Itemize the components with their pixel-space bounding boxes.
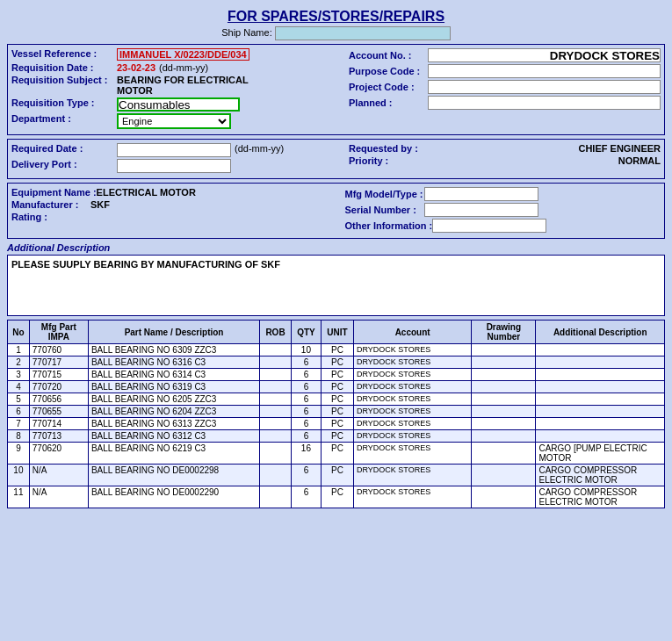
planned-input[interactable]: [428, 96, 661, 110]
purpose-label: Purpose Code :: [349, 66, 428, 76]
cell-rob: [260, 418, 292, 430]
cell-mfg: 770714: [29, 418, 88, 430]
cell-partname: BALL BEARING NO 6312 C3: [88, 430, 259, 443]
vessel-ref-label: Vessel Reference :: [11, 48, 117, 59]
cell-drawing: [472, 357, 536, 369]
cell-no: 5: [8, 393, 30, 406]
col-header-mfg: Mfg PartIMPA: [29, 320, 88, 344]
additional-desc-box[interactable]: PLEASE SUUPLY BEARING BY MANUFACTURING O…: [7, 255, 665, 316]
mfg-model-input[interactable]: [424, 187, 538, 201]
cell-rob: [260, 406, 292, 418]
req-date2-input[interactable]: [117, 143, 231, 157]
cell-adddesc: [536, 430, 665, 443]
cell-partname: BALL BEARING NO DE0002290: [88, 486, 259, 508]
cell-mfg: 770620: [29, 443, 88, 465]
cell-no: 8: [8, 430, 30, 443]
vessel-ref-value: IMMANUEL X/0223/DDE/034: [117, 48, 249, 61]
cell-drawing: [472, 465, 536, 486]
cell-drawing: [472, 381, 536, 393]
cell-mfg: N/A: [29, 465, 88, 486]
cell-partname: BALL BEARING NO 6314 C3: [88, 369, 259, 381]
dept-select[interactable]: Engine: [117, 113, 231, 129]
cell-account: DRYDOCK STORES: [354, 443, 472, 465]
table-row: 4770720BALL BEARING NO 6319 C36PCDRYDOCK…: [8, 381, 665, 393]
account-no-input[interactable]: [428, 48, 661, 62]
cell-unit: PC: [322, 418, 354, 430]
table-row: 10N/ABALL BEARING NO DE00022986PCDRYDOCK…: [8, 465, 665, 486]
req-type-label: Requisition Type :: [11, 97, 117, 108]
cell-drawing: [472, 443, 536, 465]
cell-mfg: 770656: [29, 393, 88, 406]
cell-unit: PC: [322, 406, 354, 418]
cell-account: DRYDOCK STORES: [354, 418, 472, 430]
cell-account: DRYDOCK STORES: [354, 369, 472, 381]
cell-rob: [260, 430, 292, 443]
table-row: 1770760BALL BEARING NO 6309 ZZC310PCDRYD…: [8, 344, 665, 357]
cell-mfg: 770760: [29, 344, 88, 357]
cell-partname: BALL BEARING NO 6204 ZZC3: [88, 406, 259, 418]
table-row: 5770656BALL BEARING NO 6205 ZZC36PCDRYDO…: [8, 393, 665, 406]
col-header-qty: QTY: [291, 320, 321, 344]
rating-label: Rating :: [11, 212, 90, 222]
cell-adddesc: CARGO COMPRESSOR ELECTRIC MOTOR: [536, 486, 665, 508]
additional-desc-section: Additional Description PLEASE SUUPLY BEA…: [7, 242, 665, 316]
cell-rob: [260, 357, 292, 369]
table-row: 11N/ABALL BEARING NO DE00022906PCDRYDOCK…: [8, 486, 665, 508]
cell-unit: PC: [322, 443, 354, 465]
cell-drawing: [472, 393, 536, 406]
other-input[interactable]: [432, 219, 546, 233]
table-row: 9770620BALL BEARING NO 6219 C316PCDRYDOC…: [8, 443, 665, 465]
cell-qty: 6: [291, 381, 321, 393]
priority-label: Priority :: [349, 155, 428, 166]
cell-no: 9: [8, 443, 30, 465]
table-row: 2770717BALL BEARING NO 6316 C36PCDRYDOCK…: [8, 357, 665, 369]
cell-no: 11: [8, 486, 30, 508]
cell-drawing: [472, 406, 536, 418]
delivery-input[interactable]: [117, 159, 231, 173]
manufacturer-value: SKF: [90, 199, 110, 210]
cell-adddesc: [536, 381, 665, 393]
col-header-adddesc: Additional Description: [536, 320, 665, 344]
cell-partname: BALL BEARING NO DE0002298: [88, 465, 259, 486]
cell-drawing: [472, 418, 536, 430]
cell-unit: PC: [322, 369, 354, 381]
requested-label: Requested by :: [349, 143, 428, 154]
cell-adddesc: [536, 418, 665, 430]
cell-no: 3: [8, 369, 30, 381]
project-input[interactable]: [428, 80, 661, 94]
col-header-rob: ROB: [260, 320, 292, 344]
cell-adddesc: [536, 369, 665, 381]
cell-partname: BALL BEARING NO 6309 ZZC3: [88, 344, 259, 357]
col-header-account: Account: [354, 320, 472, 344]
serial-label: Serial Number :: [345, 205, 424, 215]
cell-qty: 6: [291, 369, 321, 381]
ship-name-input[interactable]: [275, 26, 451, 40]
requested-value: CHIEF ENGINEER: [428, 143, 661, 154]
req-details-section: Required Date : (dd-mm-yy) Delivery Port…: [7, 139, 665, 179]
req-date-label: Requisition Date :: [11, 62, 117, 73]
cell-account: DRYDOCK STORES: [354, 393, 472, 406]
cell-adddesc: CARGO COMPRESSOR ELECTRIC MOTOR: [536, 465, 665, 486]
cell-mfg: 770720: [29, 381, 88, 393]
cell-qty: 6: [291, 486, 321, 508]
cell-qty: 6: [291, 465, 321, 486]
page-title: FOR SPARES/STORES/REPAIRS: [7, 5, 665, 26]
cell-unit: PC: [322, 393, 354, 406]
serial-input[interactable]: [424, 203, 538, 217]
cell-rob: [260, 465, 292, 486]
col-header-drawing: DrawingNumber: [472, 320, 536, 344]
cell-unit: PC: [322, 430, 354, 443]
additional-desc-label: Additional Description: [7, 242, 665, 253]
cell-adddesc: [536, 344, 665, 357]
cell-partname: BALL BEARING NO 6205 ZZC3: [88, 393, 259, 406]
cell-account: DRYDOCK STORES: [354, 406, 472, 418]
cell-qty: 6: [291, 393, 321, 406]
vessel-info-section: Vessel Reference : IMMANUEL X/0223/DDE/0…: [7, 44, 665, 135]
cell-no: 10: [8, 465, 30, 486]
cell-account: DRYDOCK STORES: [354, 486, 472, 508]
req-type-input[interactable]: [117, 97, 240, 112]
table-row: 7770714BALL BEARING NO 6313 ZZC36PCDRYDO…: [8, 418, 665, 430]
cell-rob: [260, 369, 292, 381]
cell-rob: [260, 443, 292, 465]
purpose-input[interactable]: [428, 64, 661, 78]
